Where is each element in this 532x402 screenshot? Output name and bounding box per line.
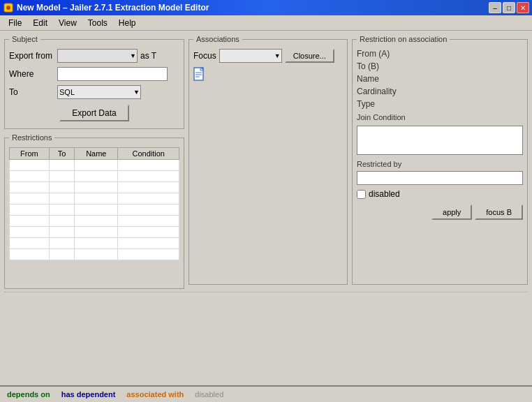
join-condition-label: Join Condition [357,113,523,121]
close-button[interactable]: ✕ [517,2,529,13]
disabled-row: disabled [357,189,523,199]
to-field: To (B) [357,61,523,71]
title-bar-left: New Model – Jailer 2.7.1 Extraction Mode… [3,2,209,13]
menu-tools[interactable]: Tools [82,17,113,29]
export-data-button[interactable]: Export Data [59,105,128,121]
status-has-dependent: has dependent [59,389,119,399]
restricted-by-input[interactable] [357,171,523,185]
to-b-label: To (B) [357,61,420,71]
restrictions-legend: Restrictions [9,133,54,142]
window-title: New Model – Jailer 2.7.1 Extraction Mode… [17,3,209,13]
apply-button[interactable]: apply [431,204,472,220]
join-condition-input[interactable] [357,126,523,155]
to-select[interactable]: SQL [57,85,141,99]
table-row [10,160,179,171]
to-label: To [9,87,54,97]
menu-help[interactable]: Help [113,17,142,29]
export-from-select[interactable] [57,49,138,63]
table-row [10,171,179,182]
table-row [10,204,179,216]
restriction-assoc-panel: Restriction on association From (A) To (… [352,35,528,285]
action-buttons: apply focus B [357,204,523,220]
from-field: From (A) [357,49,523,59]
associations-top: Focus ▼ Closure... [193,49,343,63]
menu-file[interactable]: File [3,17,27,29]
restricted-by-section: Restricted by [357,160,523,189]
restrictions-panel: Restrictions From To Name Condition [4,133,184,289]
as-t-label: as T [140,51,156,61]
focus-b-button[interactable]: focus B [475,204,523,220]
export-from-row: Export from ▼ as T [9,49,179,63]
status-associated-with: associated with [124,389,186,399]
where-label: Where [9,69,54,79]
join-condition-section: Join Condition [357,113,523,160]
document-icon[interactable] [193,67,343,84]
type-label: Type [357,99,420,109]
menu-view[interactable]: View [53,17,82,29]
name-field: Name [357,74,523,84]
table-row [10,216,179,227]
type-field: Type [357,99,523,109]
col-from: From [10,148,50,160]
associations-panel: Associations Focus ▼ Closure... [189,35,348,285]
cardinality-field: Cardinality [357,87,523,96]
svg-point-1 [6,6,10,10]
associations-legend: Associations [193,35,242,43]
menu-edit[interactable]: Edit [27,17,53,29]
subject-legend: Subject [9,35,40,43]
col-to: To [49,148,74,160]
to-row: To SQL ▼ [9,85,179,99]
name-label: Name [357,74,420,84]
maximize-button[interactable]: □ [503,2,515,13]
status-bar: depends on has dependent associated with… [0,385,532,402]
export-from-label: Export from [9,51,54,61]
window-controls: – □ ✕ [489,2,529,13]
menu-bar: File Edit View Tools Help [0,15,532,31]
closure-button[interactable]: Closure... [285,49,334,63]
where-row: Where [9,67,179,81]
restriction-assoc-legend: Restriction on association [357,35,450,43]
col-condition: Condition [118,148,179,160]
focus-label: Focus [193,51,216,61]
table-row [10,182,179,193]
title-bar: New Model – Jailer 2.7.1 Extraction Mode… [0,0,532,15]
status-depends-on: depends on [4,389,53,399]
col-name: Name [75,148,118,160]
subject-panel: Subject Export from ▼ as T Where To [4,35,184,129]
disabled-label: disabled [369,189,400,199]
minimize-button[interactable]: – [489,2,501,13]
table-row [10,238,179,249]
doc-svg [193,67,206,82]
app-icon [3,2,14,13]
table-row [10,193,179,204]
where-input[interactable] [57,67,168,81]
restrictions-table: From To Name Condition [9,147,179,260]
from-label: From (A) [357,49,420,59]
focus-select[interactable] [219,49,282,63]
separator [4,292,528,292]
status-disabled: disabled [192,389,226,399]
restricted-by-label: Restricted by [357,160,523,168]
disabled-checkbox[interactable] [357,190,366,199]
empty-area [0,295,532,359]
table-row [10,227,179,238]
cardinality-label: Cardinality [357,87,420,96]
table-row [10,249,179,260]
